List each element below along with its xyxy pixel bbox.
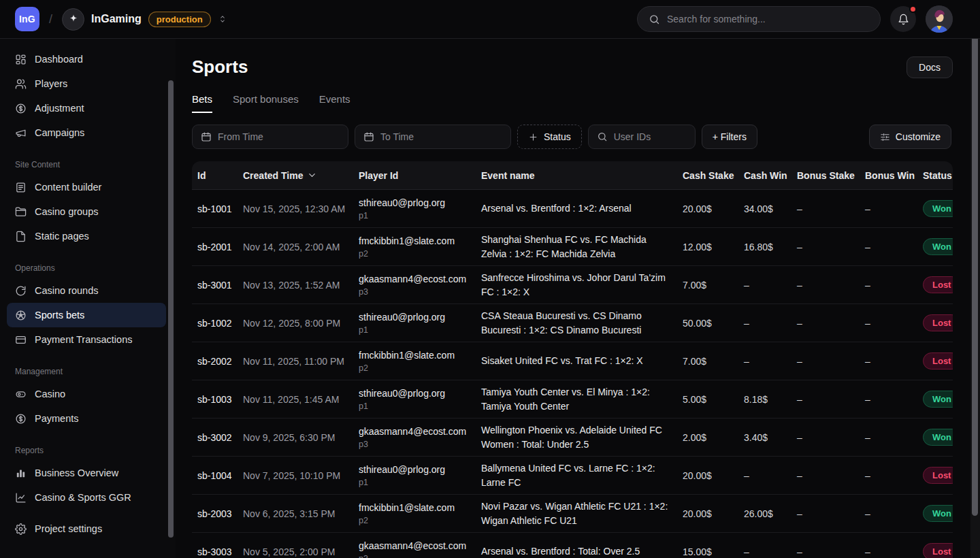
bonus-win: –	[865, 280, 923, 291]
sidebar-item-static-pages[interactable]: Static pages	[7, 224, 166, 248]
cash-stake: 50.00$	[683, 318, 744, 329]
sidebar-item-players[interactable]: Players	[7, 71, 166, 96]
table-row[interactable]: sb-1003 Nov 11, 2025, 1:45 AM sthireau0@…	[192, 380, 953, 419]
sidebar-item-casino-groups[interactable]: Casino groups	[7, 199, 166, 224]
bet-player: sthireau0@prlog.org p1	[359, 463, 481, 487]
user-avatar[interactable]	[926, 5, 953, 33]
table-row[interactable]: sb-1002 Nov 12, 2025, 8:00 PM sthireau0@…	[192, 304, 953, 342]
bet-status: Won	[923, 505, 953, 522]
sidebar-item-project-settings[interactable]: Project settings	[7, 516, 166, 541]
status-filter-button[interactable]: Status	[517, 125, 582, 149]
folder-icon	[15, 206, 27, 218]
notifications-button[interactable]	[890, 6, 916, 32]
customize-button[interactable]: Customize	[869, 125, 951, 149]
sidebar-item-casino-rounds[interactable]: Casino rounds	[7, 278, 166, 303]
player-sub-id: p1	[359, 211, 473, 220]
table-row[interactable]: sb-2002 Nov 11, 2025, 11:00 PM fmckibbin…	[192, 342, 953, 380]
player-email: sthireau0@prlog.org	[359, 463, 473, 477]
cash-stake: 5.00$	[683, 394, 744, 405]
sidebar-section-header: Site Content	[15, 160, 176, 169]
tab-events[interactable]: Events	[319, 93, 350, 113]
add-filters-button[interactable]: + Filters	[702, 125, 757, 149]
bonus-stake: –	[797, 203, 865, 214]
environment-badge: production	[148, 12, 211, 27]
credit-card-icon	[15, 334, 27, 346]
global-search	[637, 6, 881, 32]
plus-icon	[528, 132, 538, 142]
sidebar-item-campaigns[interactable]: Campaigns	[7, 120, 166, 145]
docs-button[interactable]: Docs	[906, 56, 953, 78]
sidebar-item-casino[interactable]: Casino	[7, 382, 166, 406]
cash-stake: 20.00$	[683, 470, 744, 481]
table-row[interactable]: sb-3002 Nov 9, 2025, 6:30 PM gkaasmann4@…	[192, 419, 953, 457]
table-row[interactable]: sb-1004 Nov 7, 2025, 10:10 PM sthireau0@…	[192, 457, 953, 495]
sidebar-item-dashboard[interactable]: Dashboard	[7, 47, 166, 71]
bonus-win: –	[865, 470, 923, 481]
window-scrollbar[interactable]	[970, 0, 980, 558]
bet-id: sb-1001	[192, 203, 243, 214]
breadcrumb-separator: /	[49, 12, 52, 27]
sidebar-item-adjustment[interactable]: Adjustment	[7, 96, 166, 120]
bar-chart-icon	[15, 467, 27, 479]
cash-win: –	[744, 470, 797, 481]
tab-bets[interactable]: Bets	[192, 93, 212, 113]
status-badge: Lost	[923, 352, 953, 370]
app-logo[interactable]: InG	[15, 7, 39, 31]
tab-sport-bonuses[interactable]: Sport bonuses	[233, 93, 299, 113]
bet-created-time: Nov 14, 2025, 2:00 AM	[243, 242, 359, 252]
sidebar-item-sports-bets[interactable]: Sports bets	[7, 303, 166, 327]
bet-id: sb-1003	[192, 394, 243, 405]
bonus-win: –	[865, 203, 923, 214]
from-time-input[interactable]	[218, 131, 340, 142]
table-row[interactable]: sb-2001 Nov 14, 2025, 2:00 AM fmckibbin1…	[192, 228, 953, 266]
event-name: CSA Steaua Bucuresti vs. CS Dinamo Bucur…	[481, 309, 683, 337]
bet-player: fmckibbin1@slate.com p2	[359, 235, 481, 259]
chevrons-up-down-icon[interactable]	[218, 14, 227, 24]
sidebar-item-payments[interactable]: Payments	[7, 406, 166, 431]
user-ids-input[interactable]	[614, 131, 687, 142]
table-row[interactable]: sb-3003 Nov 5, 2025, 2:00 PM gkaasmann4@…	[192, 533, 953, 558]
col-header-status: Status	[923, 170, 953, 181]
bet-status: Won	[923, 429, 953, 446]
col-header-created-time[interactable]: Created Time	[243, 170, 359, 181]
sidebar-item-business-overview[interactable]: Business Overview	[7, 461, 166, 485]
bet-created-time: Nov 11, 2025, 11:00 PM	[243, 356, 359, 367]
status-badge: Won	[923, 238, 953, 255]
event-name: Arsenal vs. Brentford : Total: Over 2.5	[481, 544, 683, 558]
table-row[interactable]: sb-2003 Nov 6, 2025, 3:15 PM fmckibbin1@…	[192, 495, 953, 533]
bonus-win: –	[865, 546, 923, 557]
bet-id: sb-3001	[192, 280, 243, 291]
bet-id: sb-2002	[192, 356, 243, 367]
bet-status: Lost	[923, 276, 953, 293]
bonus-win: –	[865, 394, 923, 405]
dashboard-icon	[15, 54, 27, 65]
player-sub-id: p1	[359, 325, 473, 335]
sidebar-scrollbar[interactable]	[168, 80, 174, 554]
player-sub-id: p3	[359, 287, 473, 297]
project-selector[interactable]: InGaming production	[62, 8, 227, 31]
search-input[interactable]	[667, 14, 869, 24]
sidebar-item-content-builder[interactable]: Content builder	[7, 175, 166, 199]
cash-win: 3.40$	[744, 432, 797, 443]
filters-row: Status + Filters Customize	[192, 125, 953, 149]
bet-id: sb-1002	[192, 318, 243, 329]
col-header-bonus-win: Bonus Win	[865, 170, 923, 181]
to-time-input[interactable]	[380, 131, 502, 142]
calendar-icon	[201, 131, 212, 142]
bonus-stake: –	[797, 432, 865, 443]
page-title: Sports	[192, 56, 248, 78]
sidebar-item-payment-transactions[interactable]: Payment Transactions	[7, 327, 166, 352]
bet-player: gkaasmann4@ecost.com p3	[359, 273, 481, 297]
sliders-icon	[880, 132, 890, 142]
table-row[interactable]: sb-1001 Nov 15, 2025, 12:30 AM sthireau0…	[192, 190, 953, 228]
sparkle-icon	[67, 13, 80, 25]
sidebar-item-casino-sports-ggr[interactable]: Casino & Sports GGR	[7, 485, 166, 510]
table-row[interactable]: sb-3001 Nov 13, 2025, 1:52 AM gkaasmann4…	[192, 266, 953, 304]
sidebar-section-header: Operations	[15, 263, 176, 273]
player-sub-id: p3	[359, 440, 473, 449]
bonus-stake: –	[797, 356, 865, 367]
player-email: gkaasmann4@ecost.com	[359, 425, 473, 439]
gear-icon	[15, 523, 27, 535]
cash-stake: 15.00$	[683, 546, 744, 557]
status-badge: Won	[923, 391, 953, 408]
